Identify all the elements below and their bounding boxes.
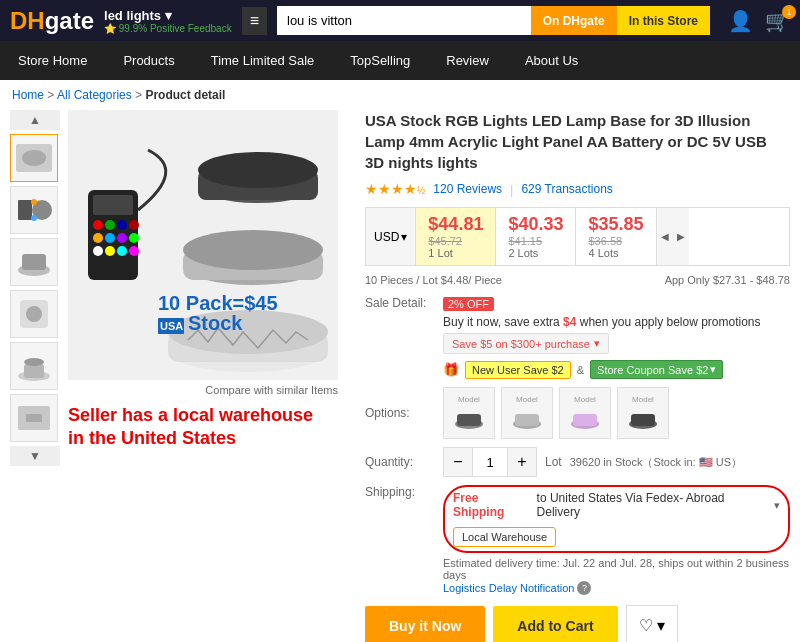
sale-row: Sale Detail: 2% OFF Buy it now, save ext… bbox=[365, 296, 790, 379]
transactions[interactable]: 629 Transactions bbox=[521, 182, 612, 196]
qty-plus[interactable]: + bbox=[508, 448, 536, 476]
breadcrumb-home[interactable]: Home bbox=[12, 88, 44, 102]
sale-label: Sale Detail: bbox=[365, 296, 435, 310]
compare-with-similar[interactable]: Compare with similar Items bbox=[68, 384, 338, 396]
seller-annotation: Seller has a local warehouse in the Unit… bbox=[68, 396, 338, 451]
cart-badge: 1 bbox=[782, 5, 796, 19]
nav-time-limited[interactable]: Time Limited Sale bbox=[193, 41, 333, 80]
price-col-2: $40.33 $41.15 2 Lots bbox=[496, 208, 576, 265]
product-title: USA Stock RGB Lights LED Lamp Base for 3… bbox=[365, 110, 790, 173]
price-orig-1: $45.72 bbox=[428, 235, 483, 247]
svg-rect-17 bbox=[93, 195, 133, 215]
thumbnails: ▲ ▼ bbox=[10, 110, 60, 642]
cart-icon[interactable]: 🛒 1 bbox=[765, 9, 790, 33]
price-col-3: $35.85 $36.58 4 Lots bbox=[576, 208, 656, 265]
price-nav-next[interactable]: ▶ bbox=[673, 208, 689, 265]
logistics-link[interactable]: Logistics Delay Notification ? bbox=[443, 581, 790, 595]
heart-icon: ♡ bbox=[639, 616, 653, 635]
svg-point-23 bbox=[105, 233, 115, 243]
buy-now-button[interactable]: Buy it Now bbox=[365, 606, 485, 643]
review-count[interactable]: 120 Reviews bbox=[433, 182, 502, 196]
price-lot-1: 1 Lot bbox=[428, 247, 483, 259]
nav-topselling[interactable]: TopSelling bbox=[332, 41, 428, 80]
main-image: 10 Pack=$45 USA Stock bbox=[68, 110, 338, 380]
svg-point-26 bbox=[93, 246, 103, 256]
search-bar: On DHgate In this Store bbox=[277, 6, 710, 35]
thumb-3[interactable] bbox=[10, 238, 58, 286]
thumb-nav-down[interactable]: ▼ bbox=[10, 446, 60, 466]
shipping-label: Shipping: bbox=[365, 485, 435, 499]
add-to-cart-button[interactable]: Add to Cart bbox=[493, 606, 617, 643]
new-user-badge[interactable]: New User Save $2 bbox=[465, 361, 571, 379]
delivery-info: Estimated delivery time: Jul. 22 and Jul… bbox=[443, 557, 790, 581]
svg-point-18 bbox=[93, 220, 103, 230]
model-opt-1[interactable]: Model bbox=[443, 387, 495, 439]
price-orig-2: $41.15 bbox=[508, 235, 563, 247]
svg-rect-46 bbox=[515, 414, 539, 426]
qty-input[interactable] bbox=[472, 448, 508, 476]
svg-point-25 bbox=[129, 233, 139, 243]
amp: & bbox=[577, 364, 584, 376]
coupon-row: 🎁 New User Save $2 & Store Coupon Save $… bbox=[443, 360, 790, 379]
svg-point-9 bbox=[26, 306, 42, 322]
hamburger-button[interactable]: ≡ bbox=[242, 7, 267, 35]
breadcrumb-all-categories[interactable]: All Categories bbox=[57, 88, 132, 102]
svg-point-27 bbox=[105, 246, 115, 256]
top-icons: 👤 🛒 1 bbox=[728, 9, 790, 33]
currency-selector[interactable]: USD ▾ bbox=[366, 208, 416, 265]
model-options: Model Model Model Model bbox=[443, 387, 669, 439]
model-opt-2[interactable]: Model bbox=[501, 387, 553, 439]
model-opt-4[interactable]: Model bbox=[617, 387, 669, 439]
qty-minus[interactable]: − bbox=[444, 448, 472, 476]
thumb-5[interactable] bbox=[10, 342, 58, 390]
thumb-1[interactable] bbox=[10, 134, 58, 182]
nav-products[interactable]: Products bbox=[105, 41, 192, 80]
thumb-6[interactable] bbox=[10, 394, 58, 442]
svg-point-4 bbox=[31, 199, 37, 205]
svg-rect-48 bbox=[573, 414, 597, 426]
svg-point-5 bbox=[31, 215, 37, 221]
svg-rect-44 bbox=[457, 414, 481, 426]
search-input[interactable] bbox=[277, 6, 531, 35]
buy-save-text: Buy it now, save extra $4 when you apply… bbox=[443, 315, 790, 329]
wishlist-dropdown[interactable]: ▾ bbox=[657, 616, 665, 635]
price-lot-3: 4 Lots bbox=[588, 247, 643, 259]
price-info-row: 10 Pieces / Lot $4.48/ Piece App Only $2… bbox=[365, 274, 790, 292]
nav-review[interactable]: Review bbox=[428, 41, 507, 80]
search-store-button[interactable]: In this Store bbox=[617, 6, 710, 35]
svg-point-21 bbox=[129, 220, 139, 230]
store-coupon-badge[interactable]: Store Coupon Save $2 ▾ bbox=[590, 360, 723, 379]
ship-dropdown[interactable]: ▾ bbox=[774, 499, 780, 512]
user-icon[interactable]: 👤 bbox=[728, 9, 753, 33]
svg-point-32 bbox=[198, 152, 318, 188]
svg-rect-2 bbox=[18, 200, 32, 220]
thumb-nav-up[interactable]: ▲ bbox=[10, 110, 60, 130]
thumb-2[interactable] bbox=[10, 186, 58, 234]
shipping-content: Free Shipping to United States Via Fedex… bbox=[443, 485, 790, 595]
price-main-2: $40.33 bbox=[508, 214, 563, 235]
thumb-4[interactable] bbox=[10, 290, 58, 338]
nav-about-us[interactable]: About Us bbox=[507, 41, 596, 80]
model-opt-3[interactable]: Model bbox=[559, 387, 611, 439]
promo-button[interactable]: Save $5 on $300+ purchase ▾ bbox=[443, 333, 609, 354]
svg-rect-7 bbox=[22, 254, 46, 270]
main-content: ▲ ▼ bbox=[0, 110, 800, 642]
svg-text:Stock: Stock bbox=[188, 312, 243, 334]
price-col-1: $44.81 $45.72 1 Lot bbox=[416, 208, 496, 265]
breadcrumb: Home > All Categories > Product detail bbox=[0, 80, 800, 110]
search-dhgate-button[interactable]: On DHgate bbox=[531, 6, 617, 35]
price-orig-3: $36.58 bbox=[588, 235, 643, 247]
price-nav-prev[interactable]: ◀ bbox=[657, 208, 673, 265]
lot-label: Lot bbox=[545, 455, 562, 469]
nav-store-home[interactable]: Store Home bbox=[0, 41, 105, 80]
price-main-3: $35.85 bbox=[588, 214, 643, 235]
logo[interactable]: DHgate bbox=[10, 7, 94, 35]
wishlist-button[interactable]: ♡ ▾ bbox=[626, 605, 678, 642]
product-left: ▲ ▼ bbox=[10, 110, 350, 642]
ship-via: to United States Via Fedex- Abroad Deliv… bbox=[537, 491, 770, 519]
info-icon: ? bbox=[577, 581, 591, 595]
svg-text:USA: USA bbox=[160, 320, 183, 332]
local-warehouse-button[interactable]: Local Warehouse bbox=[453, 527, 556, 547]
free-shipping-text: Free Shipping bbox=[453, 491, 533, 519]
svg-point-22 bbox=[93, 233, 103, 243]
